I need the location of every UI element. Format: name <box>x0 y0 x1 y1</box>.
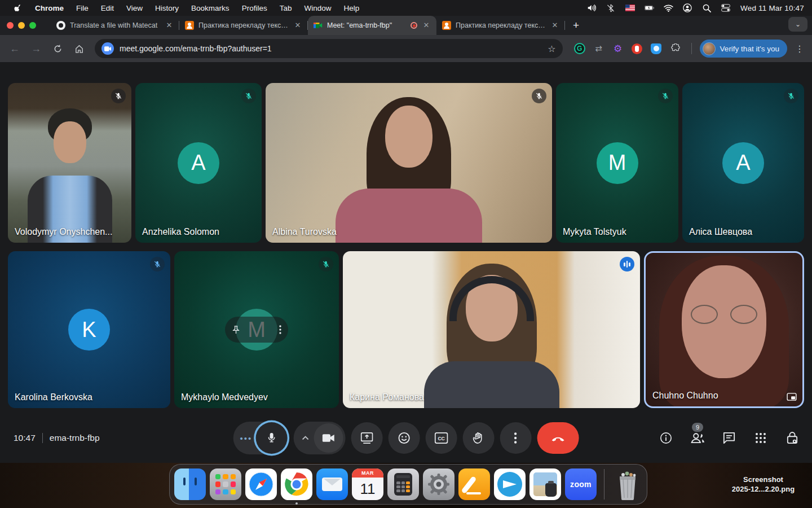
address-bar[interactable]: meet.google.com/ema-trnb-fbp?authuser=1 … <box>95 39 563 58</box>
shield-extension-icon[interactable] <box>651 43 661 54</box>
participant-name: Аліса Шевцова <box>689 227 752 237</box>
captions-button[interactable]: CC <box>425 422 457 454</box>
camera-button[interactable] <box>314 423 343 453</box>
participant-tile-volodymyr[interactable]: Volodymyr Onyshchen... <box>8 83 131 243</box>
participant-tile-albina[interactable]: Albina Turovska <box>266 83 552 243</box>
participant-tile-mykyta[interactable]: M Mykyta Tolstyuk <box>556 83 678 243</box>
spotlight-search-icon[interactable] <box>702 3 712 13</box>
url-text[interactable]: meet.google.com/ema-trnb-fbp?authuser=1 <box>120 44 542 53</box>
grammarly-extension-icon[interactable]: G <box>574 43 585 54</box>
menu-item-window[interactable]: Window <box>298 0 337 16</box>
chrome-menu-icon[interactable]: ⋮ <box>793 43 806 54</box>
picture-in-picture-icon[interactable] <box>787 393 797 401</box>
participant-tile-mykhaylo[interactable]: M Mykhaylo Medvedyev <box>174 251 339 408</box>
dock-settings-icon[interactable] <box>423 468 454 500</box>
tile-options-icon[interactable] <box>279 325 281 334</box>
close-window-button[interactable] <box>7 22 14 29</box>
tab-close-icon[interactable]: ✕ <box>550 21 559 30</box>
dock-chrome-icon[interactable] <box>281 468 312 500</box>
menu-item-edit[interactable]: Edit <box>95 0 120 16</box>
reload-icon[interactable] <box>48 40 67 58</box>
dock-zoom-icon[interactable]: zoom <box>565 468 597 500</box>
more-options-button[interactable] <box>500 422 531 454</box>
tab-praktyka-1[interactable]: Практика перекладу текстів ✕ <box>179 16 308 35</box>
meet-control-bar: 10:47 ema-trnb-fbp ••• <box>0 419 812 460</box>
menu-item-profiles[interactable]: Profiles <box>236 0 273 16</box>
tab-title: Translate a file with Matecat <box>70 21 160 29</box>
participant-tile-karolina[interactable]: K Karolina Berkovska <box>8 251 170 408</box>
present-screen-button[interactable] <box>351 422 382 454</box>
battery-icon[interactable] <box>645 3 654 13</box>
dock-calendar-icon[interactable]: MAR 11 <box>352 468 383 500</box>
control-center-icon[interactable] <box>721 3 731 13</box>
tab-close-icon[interactable]: ✕ <box>293 21 302 30</box>
home-icon[interactable] <box>70 40 88 58</box>
window-controls <box>0 16 43 35</box>
toolbar-divider <box>691 43 692 54</box>
raise-hand-button[interactable] <box>462 422 494 454</box>
tab-close-icon[interactable]: ✕ <box>422 21 431 30</box>
participant-name: Карина Романова <box>350 392 424 402</box>
dock-launchpad-icon[interactable] <box>210 468 241 500</box>
camera-permission-icon[interactable] <box>102 42 114 55</box>
menu-bar-clock[interactable]: Wed 11 Mar 10:47 <box>740 4 804 12</box>
tab-meet-active[interactable]: Meet: "ema-trnb-fbp" ✕ <box>308 16 436 35</box>
pin-icon[interactable] <box>232 326 240 334</box>
people-panel-icon[interactable]: 9 <box>690 431 705 445</box>
host-controls-icon[interactable] <box>785 431 800 445</box>
participant-tile-alisa[interactable]: A Аліса Шевцова <box>682 83 804 243</box>
gear-extension-icon[interactable]: ⚙ <box>612 43 624 54</box>
participant-tile-anzhelika[interactable]: A Anzhelika Solomon <box>135 83 262 243</box>
menu-item-view[interactable]: View <box>120 0 149 16</box>
dock-pages-icon[interactable] <box>458 468 490 500</box>
dock-calculator-icon[interactable] <box>387 468 419 500</box>
menu-item-help[interactable]: Help <box>337 0 365 16</box>
audio-options-icon[interactable]: ••• <box>240 433 253 443</box>
activities-grid-icon[interactable] <box>753 431 768 445</box>
dock-finder-icon[interactable] <box>174 468 206 500</box>
chat-panel-icon[interactable] <box>722 431 736 445</box>
reactions-button[interactable] <box>388 422 420 454</box>
svg-text:CC: CC <box>438 436 444 441</box>
adblock-extension-icon[interactable] <box>632 43 642 54</box>
menu-item-history[interactable]: History <box>149 0 185 16</box>
tab-close-icon[interactable]: ✕ <box>165 21 174 30</box>
bookmark-star-icon[interactable]: ☆ <box>548 43 555 54</box>
meeting-details-icon[interactable] <box>659 431 673 445</box>
volume-icon[interactable] <box>587 3 597 13</box>
menu-item-chrome[interactable]: Chrome <box>29 0 70 16</box>
dock-mail-icon[interactable] <box>316 468 348 500</box>
mic-button[interactable] <box>255 422 287 454</box>
menu-item-tab[interactable]: Tab <box>273 0 298 16</box>
back-icon[interactable]: ← <box>6 40 24 58</box>
extensions-puzzle-icon[interactable] <box>670 43 681 54</box>
apple-menu[interactable] <box>8 0 29 16</box>
verify-profile-button[interactable]: Verify that it's you <box>700 40 787 58</box>
participant-tile-chuhno-self[interactable]: Chuhno Chuhno <box>644 251 804 408</box>
input-language-flag-icon[interactable] <box>625 3 635 13</box>
tile-hover-controls <box>225 317 288 343</box>
user-account-icon[interactable] <box>683 3 692 13</box>
dock-preview-icon[interactable] <box>529 468 561 500</box>
tab-praktyka-2[interactable]: Практика перекладу текстів ✕ <box>436 16 565 35</box>
new-tab-button[interactable]: + <box>565 16 587 35</box>
chevron-up-icon[interactable] <box>299 436 311 440</box>
dock-safari-icon[interactable] <box>245 468 277 500</box>
tab-matecat[interactable]: Translate a file with Matecat ✕ <box>51 16 179 35</box>
end-call-button[interactable] <box>537 422 579 454</box>
desktop-screenshot-file[interactable]: Screenshot 2025-12...2.20.png <box>717 475 810 494</box>
participant-tile-karina[interactable]: Карина Романова <box>343 251 640 408</box>
minimize-window-button[interactable] <box>18 22 25 29</box>
wifi-icon[interactable] <box>664 3 673 13</box>
fullscreen-window-button[interactable] <box>29 22 36 29</box>
tab-search-button[interactable]: ⌄ <box>788 17 807 32</box>
menu-item-bookmarks[interactable]: Bookmarks <box>185 0 236 16</box>
menu-item-file[interactable]: File <box>70 0 95 16</box>
forward-icon[interactable]: → <box>27 40 45 58</box>
participant-name: Anzhelika Solomon <box>142 227 219 237</box>
dock-telegram-icon[interactable] <box>494 468 526 500</box>
dock-trash-icon[interactable] <box>612 468 643 500</box>
bluetooth-off-icon[interactable] <box>606 3 616 13</box>
classroom-favicon <box>185 21 194 30</box>
translate-extension-icon[interactable]: ⇄ <box>593 43 604 54</box>
